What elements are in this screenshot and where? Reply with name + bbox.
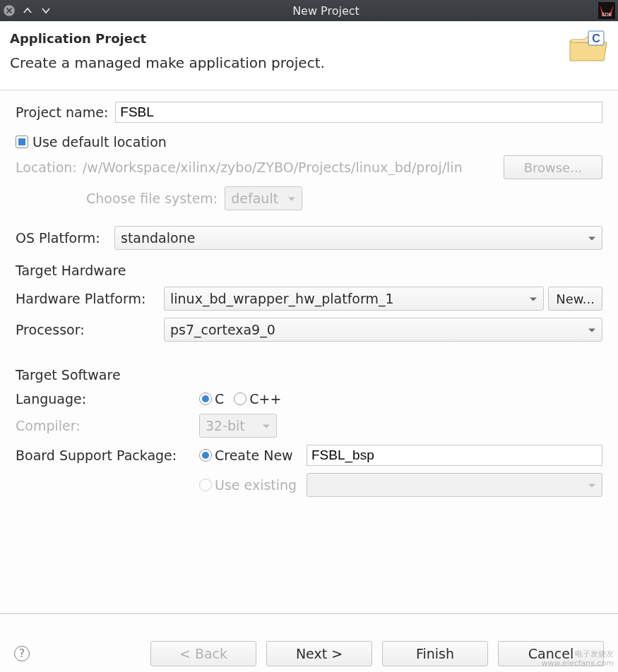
target-software-heading: Target Software <box>16 367 602 383</box>
wizard-content: Project name: Use default location Locat… <box>0 90 618 512</box>
language-row: Language: C C++ <box>16 391 602 407</box>
back-button[interactable]: < Back <box>150 641 256 666</box>
sdk-logo-icon: SDK <box>598 2 615 19</box>
compiler-value: 32-bit <box>206 418 245 433</box>
hardware-platform-label: Hardware Platform: <box>16 291 164 306</box>
bsp-create-new-radio[interactable] <box>199 449 212 462</box>
filesystem-row: Choose file system: default <box>86 186 602 210</box>
hardware-platform-new-button[interactable]: New... <box>548 287 602 311</box>
processor-select[interactable]: ps7_cortexa9_0 <box>164 318 602 342</box>
os-platform-label: OS Platform: <box>16 230 114 246</box>
bsp-use-existing-select[interactable] <box>307 473 602 497</box>
processor-label: Processor: <box>16 322 164 337</box>
window-collapse-down-button[interactable] <box>40 4 52 17</box>
compiler-label: Compiler: <box>16 418 199 433</box>
project-name-label: Project name: <box>16 104 108 120</box>
language-label: Language: <box>16 391 199 407</box>
language-c-label: C <box>215 391 224 407</box>
filesystem-value: default <box>231 191 278 206</box>
compiler-row: Compiler: 32-bit <box>16 414 602 438</box>
browse-button[interactable]: Browse... <box>504 155 602 179</box>
location-label: Location: <box>16 160 77 175</box>
use-default-location-label: Use default location <box>32 134 167 150</box>
cancel-button[interactable]: Cancel <box>498 641 604 666</box>
use-default-location-row: Use default location <box>16 134 602 150</box>
hardware-platform-select[interactable]: linux_bd_wrapper_hw_platform_1 <box>164 287 544 311</box>
hardware-platform-row: Hardware Platform: linux_bd_wrapper_hw_p… <box>16 287 602 311</box>
help-icon[interactable]: ? <box>14 646 30 661</box>
project-name-input[interactable] <box>115 102 602 123</box>
project-folder-icon: C <box>567 30 608 65</box>
bsp-use-existing-label: Use existing <box>215 477 307 493</box>
bottom-separator <box>0 613 618 614</box>
bsp-label: Board Support Package: <box>16 448 199 463</box>
filesystem-select[interactable]: default <box>225 186 302 210</box>
svg-text:SDK: SDK <box>602 12 612 17</box>
location-row: Location: /w/Workspace/xilinx/zybo/ZYBO/… <box>16 155 602 179</box>
window-collapse-up-button[interactable] <box>21 4 34 17</box>
hardware-platform-value: linux_bd_wrapper_hw_platform_1 <box>170 291 394 306</box>
bsp-use-existing-row: Use existing <box>16 473 602 497</box>
language-cpp-label: C++ <box>249 391 281 407</box>
window-title: New Project <box>58 4 594 18</box>
bsp-create-new-label: Create New <box>215 448 307 463</box>
os-platform-row: OS Platform: standalone <box>16 226 602 250</box>
language-cpp-radio[interactable] <box>234 392 246 405</box>
os-platform-select[interactable]: standalone <box>114 226 602 250</box>
svg-text:C: C <box>592 32 600 44</box>
bsp-create-new-input[interactable] <box>307 445 602 466</box>
processor-row: Processor: ps7_cortexa9_0 <box>16 318 602 342</box>
banner-heading: Application Project <box>10 31 602 46</box>
bsp-create-new-row: Board Support Package: Create New <box>16 445 602 466</box>
banner-subtext: Create a managed make application projec… <box>10 54 602 71</box>
wizard-bottom-bar: ? < Back Next > Finish Cancel <box>0 623 618 672</box>
filesystem-label: Choose file system: <box>86 191 218 206</box>
titlebar: New Project SDK <box>0 0 618 21</box>
language-c-radio[interactable] <box>199 392 212 405</box>
project-name-row: Project name: <box>16 102 602 123</box>
use-default-location-checkbox[interactable] <box>16 136 28 148</box>
compiler-select[interactable]: 32-bit <box>199 414 277 438</box>
window-close-button[interactable] <box>3 4 16 17</box>
processor-value: ps7_cortexa9_0 <box>170 322 275 337</box>
finish-button[interactable]: Finish <box>382 641 488 666</box>
os-platform-value: standalone <box>121 230 195 246</box>
target-hardware-heading: Target Hardware <box>16 263 602 278</box>
wizard-banner: Application Project Create a managed mak… <box>0 21 618 90</box>
bsp-use-existing-radio[interactable] <box>199 479 212 491</box>
location-path: /w/Workspace/xilinx/zybo/ZYBO/Projects/l… <box>83 160 497 175</box>
next-button[interactable]: Next > <box>266 641 372 666</box>
